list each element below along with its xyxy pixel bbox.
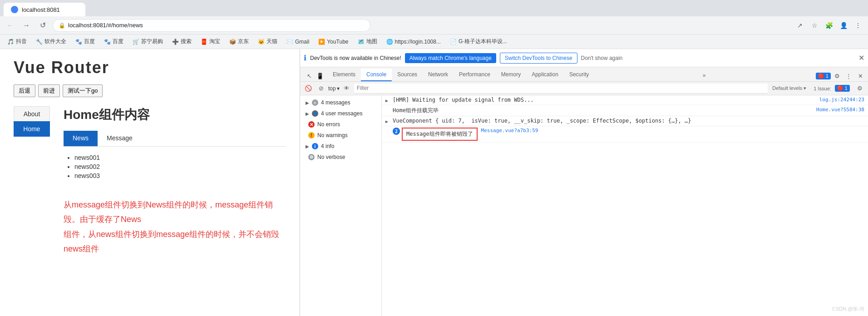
- tab-console[interactable]: Console: [361, 69, 392, 81]
- address-bar[interactable]: 🔒 localhost:8081/#/home/news: [53, 19, 370, 32]
- filter-verbose[interactable]: ⚙ No verbose: [300, 152, 381, 163]
- home-content: Home组件内容 News Message news001 news002 ne…: [64, 106, 286, 257]
- bookmark-label: G·格子达本科毕设...: [459, 38, 507, 45]
- forward-page-button[interactable]: 前进: [38, 84, 60, 97]
- devtools-settings-icon[interactable]: ⚙: [832, 70, 843, 81]
- bookmark-login[interactable]: 🌐 https://login.1008...: [383, 36, 444, 47]
- tab-application[interactable]: Application: [526, 69, 564, 81]
- jd-icon: 📦: [229, 39, 236, 45]
- bookmark-search[interactable]: ➕ 搜索: [168, 36, 195, 47]
- filter-info[interactable]: ▶ i 4 info: [300, 141, 381, 152]
- filter-user-messages[interactable]: ▶ 👤 4 user messages: [300, 108, 381, 119]
- bookmark-map[interactable]: 🗺️ 地图: [354, 36, 381, 47]
- verbose-icon: ⚙: [308, 154, 315, 160]
- devtools-device-icon[interactable]: 📱: [315, 70, 326, 81]
- test-go-button[interactable]: 测试一下go: [63, 84, 103, 97]
- bookmark-douyin[interactable]: 🎵 抖音: [4, 36, 30, 47]
- tab-sources[interactable]: Sources: [392, 69, 423, 81]
- bookmark-label: 地图: [366, 38, 377, 45]
- filter-errors[interactable]: ✕ No errors: [300, 119, 381, 130]
- menu-icon[interactable]: ⋮: [852, 19, 864, 32]
- user-icon: 👤: [312, 110, 318, 117]
- browser-tab[interactable]: localhost:8081: [4, 3, 85, 16]
- expand-arrow[interactable]: ▶: [385, 98, 391, 103]
- bookmark-baidu2[interactable]: 🐾 百度: [100, 36, 127, 47]
- baidu2-icon: 🐾: [104, 39, 111, 45]
- bookmark-label: 搜索: [181, 38, 192, 45]
- tab-network[interactable]: Network: [423, 69, 454, 81]
- top-level-select[interactable]: top ▾: [328, 85, 340, 92]
- bookmark-label: 软件大全: [44, 38, 66, 45]
- tab-title: localhost:8081: [22, 6, 60, 13]
- info-filter-icon: i: [312, 143, 318, 149]
- tab-message[interactable]: Message: [98, 131, 142, 146]
- console-source[interactable]: Message.vue?a7b3:59: [481, 128, 538, 133]
- tab-security[interactable]: Security: [564, 69, 594, 81]
- bookmark-suning[interactable]: 🛒 苏宁易购: [129, 36, 167, 47]
- console-source[interactable]: Home.vue?5584:38: [816, 107, 864, 113]
- tab-performance[interactable]: Performance: [454, 69, 496, 81]
- devtools-panel: ℹ DevTools is now available in Chinese! …: [300, 49, 868, 316]
- devtools-more-options-icon[interactable]: ⋮: [843, 70, 854, 81]
- default-levels-dropdown[interactable]: Default levels ▾: [769, 85, 809, 91]
- profile-icon[interactable]: 👤: [837, 19, 850, 32]
- expand-arrow[interactable]: ▶: [385, 119, 391, 124]
- console-entry-message-destroy: 2 Message组件即将被销毁了 Message.vue?a7b3:59: [382, 126, 868, 143]
- list-item: news003: [74, 172, 286, 179]
- reload-button[interactable]: ↺: [36, 19, 49, 32]
- bookmark-label: 苏宁易购: [141, 38, 163, 45]
- filter-label: No errors: [317, 121, 340, 128]
- sidebar-nav: About Home: [14, 106, 50, 257]
- always-match-button[interactable]: Always match Chrome's language: [405, 53, 496, 63]
- eye-icon[interactable]: 👁: [341, 83, 352, 94]
- notification-text: DevTools is now available in Chinese!: [310, 55, 401, 61]
- devtools-body: ▶ ≡ 4 messages ▶ 👤 4 user messages ✕ No …: [300, 95, 868, 316]
- nav-content-area: About Home Home组件内容 News Message news001…: [14, 106, 286, 257]
- bookmark-software[interactable]: 🔧 软件大全: [32, 36, 70, 47]
- filter-all-messages[interactable]: ▶ ≡ 4 messages: [300, 97, 381, 108]
- filter-icon[interactable]: ⊘: [316, 83, 326, 94]
- tab-elements[interactable]: Elements: [327, 69, 361, 81]
- address-bar-row: ← → ↺ 🔒 localhost:8081/#/home/news ↗ ☆ 🧩…: [0, 16, 868, 35]
- tab-memory[interactable]: Memory: [496, 69, 526, 81]
- warning-icon: !: [308, 132, 315, 138]
- login-icon: 🌐: [386, 39, 393, 45]
- tab-news[interactable]: News: [64, 131, 98, 146]
- gezi-icon: 📄: [450, 39, 457, 45]
- page-content: Vue Router 后退 前进 测试一下go About Home Home组…: [0, 49, 300, 316]
- software-icon: 🔧: [36, 39, 43, 45]
- url-display: localhost:8081/#/home/news: [68, 22, 143, 29]
- bookmark-tianmao[interactable]: 🐱 天猫: [254, 36, 281, 47]
- devtools-inspect-icon[interactable]: ↖: [304, 70, 315, 81]
- dont-show-again-button[interactable]: Don't show again: [581, 55, 623, 61]
- filter-warnings[interactable]: ! No warnings: [300, 130, 381, 141]
- filter-label: 4 messages: [321, 99, 350, 106]
- bookmark-icon[interactable]: ☆: [808, 19, 821, 32]
- share-icon[interactable]: ↗: [794, 19, 806, 32]
- bookmark-label: YouTube: [327, 39, 348, 45]
- notification-close-icon[interactable]: ✕: [858, 54, 864, 62]
- bookmark-taobao[interactable]: 🧧 淘宝: [197, 36, 224, 47]
- extension-icon[interactable]: 🧩: [823, 19, 835, 32]
- bookmark-gmail[interactable]: ✉️ Gmail: [283, 36, 313, 47]
- devtools-close-icon[interactable]: ✕: [855, 70, 866, 81]
- back-button[interactable]: ←: [4, 19, 16, 32]
- douyin-icon: 🎵: [7, 39, 14, 45]
- filter-input[interactable]: [354, 84, 768, 94]
- back-page-button[interactable]: 后退: [14, 84, 35, 97]
- devtools-more-tabs[interactable]: »: [699, 69, 710, 81]
- console-text: Home组件挂载完毕: [393, 107, 816, 114]
- bookmark-gezi[interactable]: 📄 G·格子达本科毕设...: [446, 36, 511, 47]
- clear-console-icon[interactable]: 🚫: [303, 83, 314, 94]
- sidebar-item-about[interactable]: About: [14, 106, 50, 122]
- youtube-icon: ▶️: [318, 39, 325, 45]
- console-settings-icon[interactable]: ⚙: [854, 83, 865, 94]
- console-source[interactable]: log.js:24244:23: [819, 97, 864, 103]
- bookmark-jd[interactable]: 📦 京东: [226, 36, 252, 47]
- sidebar-item-home[interactable]: Home: [14, 121, 50, 137]
- forward-button[interactable]: →: [20, 19, 33, 32]
- switch-chinese-button[interactable]: Switch DevTools to Chinese: [500, 53, 577, 64]
- bookmark-youtube[interactable]: ▶️ YouTube: [315, 36, 352, 47]
- bookmark-baidu1[interactable]: 🐾 百度: [72, 36, 99, 47]
- tianmao-icon: 🐱: [258, 39, 265, 45]
